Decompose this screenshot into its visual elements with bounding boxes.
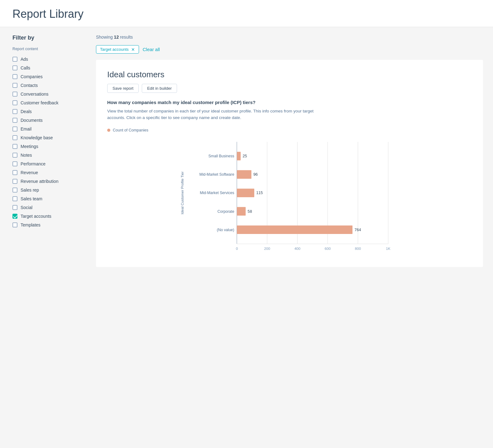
filter-checkbox-revenue-attribution[interactable] — [12, 179, 17, 184]
filter-checkbox-documents[interactable] — [12, 118, 17, 123]
svg-text:764: 764 — [354, 227, 361, 232]
svg-text:25: 25 — [243, 154, 247, 158]
svg-rect-15 — [237, 152, 241, 160]
filter-label-companies: Companies — [21, 74, 43, 79]
sidebar: Filter by Report content AdsCallsCompani… — [0, 35, 93, 447]
svg-rect-27 — [237, 226, 352, 234]
save-report-button[interactable]: Save report — [107, 84, 139, 93]
svg-text:115: 115 — [256, 191, 263, 195]
report-card-actions: Save report Edit in builder — [107, 84, 472, 93]
svg-text:1K: 1K — [386, 246, 390, 250]
legend-dot-icon — [107, 129, 110, 132]
svg-text:96: 96 — [253, 172, 258, 177]
filter-label-sales-rep: Sales rep — [21, 188, 39, 193]
report-card-title: Ideal customers — [107, 70, 472, 79]
filter-item-knowledge-base[interactable]: Knowledge base — [12, 133, 86, 142]
filter-label-deals: Deals — [21, 109, 32, 114]
svg-text:Small Business: Small Business — [208, 154, 234, 158]
filter-item-performance[interactable]: Performance — [12, 160, 86, 168]
filter-item-companies[interactable]: Companies — [12, 72, 86, 81]
filter-tag-close-icon[interactable]: ✕ — [131, 47, 135, 52]
filter-label-ads: Ads — [21, 57, 28, 62]
filter-item-notes[interactable]: Notes — [12, 151, 86, 160]
filter-checkbox-sales-rep[interactable] — [12, 188, 17, 193]
filter-label-notes: Notes — [21, 153, 32, 158]
svg-text:800: 800 — [355, 246, 361, 250]
filter-item-social[interactable]: Social — [12, 203, 86, 212]
svg-text:600: 600 — [325, 246, 331, 250]
svg-text:200: 200 — [264, 246, 270, 250]
filter-item-email[interactable]: Email — [12, 125, 86, 133]
filter-tags: Target accounts ✕ Clear all — [93, 45, 483, 54]
filter-item-contacts[interactable]: Contacts — [12, 81, 86, 90]
filter-item-conversations[interactable]: Conversations — [12, 90, 86, 98]
page-title: Report Library — [12, 7, 481, 21]
filter-label-target-accounts: Target accounts — [21, 214, 51, 219]
svg-rect-24 — [237, 207, 246, 215]
svg-rect-21 — [237, 188, 254, 197]
svg-text:(No value): (No value) — [217, 227, 234, 232]
svg-text:Ideal Customer Profile Tier: Ideal Customer Profile Tier — [180, 171, 184, 214]
filter-checkbox-ads[interactable] — [12, 57, 17, 62]
filter-label-templates: Templates — [21, 222, 41, 227]
content-area: Showing 12 results Target accounts ✕ Cle… — [93, 35, 493, 447]
filter-label-sales-team: Sales team — [21, 196, 42, 201]
report-content-label: Report content — [12, 47, 86, 51]
filter-checkbox-performance[interactable] — [12, 161, 17, 166]
filter-checkbox-deals[interactable] — [12, 109, 17, 114]
filter-item-sales-rep[interactable]: Sales rep — [12, 186, 86, 194]
filter-checkbox-social[interactable] — [12, 205, 17, 210]
filter-item-deals[interactable]: Deals — [12, 107, 86, 116]
filter-label-calls: Calls — [21, 65, 30, 70]
filter-item-documents[interactable]: Documents — [12, 116, 86, 125]
filter-item-target-accounts[interactable]: Target accounts — [12, 212, 86, 221]
filter-checkbox-revenue[interactable] — [12, 170, 17, 175]
filter-label-conversations: Conversations — [21, 92, 49, 97]
filter-item-revenue[interactable]: Revenue — [12, 168, 86, 177]
filter-checkbox-email[interactable] — [12, 126, 17, 131]
filter-item-customer-feedback[interactable]: Customer feedback — [12, 98, 86, 107]
target-accounts-tag[interactable]: Target accounts ✕ — [96, 45, 139, 54]
filter-by-label: Filter by — [12, 35, 86, 41]
main-layout: Filter by Report content AdsCallsCompani… — [0, 27, 493, 447]
filter-checkbox-templates[interactable] — [12, 222, 17, 227]
filter-checkbox-meetings[interactable] — [12, 144, 17, 149]
filter-list: AdsCallsCompaniesContactsConversationsCu… — [12, 55, 86, 229]
legend-label: Count of Companies — [113, 128, 148, 132]
filter-label-email: Email — [21, 126, 31, 131]
filter-item-ads[interactable]: Ads — [12, 55, 86, 64]
filter-checkbox-conversations[interactable] — [12, 92, 17, 97]
svg-text:58: 58 — [248, 209, 252, 213]
filter-item-calls[interactable]: Calls — [12, 64, 86, 72]
edit-in-builder-button[interactable]: Edit in builder — [142, 84, 177, 93]
filter-item-templates[interactable]: Templates — [12, 221, 86, 229]
chart-description: View the total number of companies in ea… — [107, 108, 319, 121]
filter-checkbox-calls[interactable] — [12, 65, 17, 70]
svg-rect-18 — [237, 170, 251, 179]
clear-all-button[interactable]: Clear all — [143, 47, 160, 52]
svg-text:Mid-Market Services: Mid-Market Services — [200, 191, 234, 195]
filter-checkbox-sales-team[interactable] — [12, 196, 17, 201]
filter-checkbox-notes[interactable] — [12, 153, 17, 158]
filter-label-meetings: Meetings — [21, 144, 38, 149]
filter-checkbox-companies[interactable] — [12, 74, 17, 79]
svg-text:Corporate: Corporate — [218, 209, 234, 213]
filter-item-sales-team[interactable]: Sales team — [12, 194, 86, 203]
chart-container: 02004006008001KSmall Business25Mid-Marke… — [107, 139, 472, 257]
filter-item-revenue-attribution[interactable]: Revenue attribution — [12, 177, 86, 186]
filter-checkbox-contacts[interactable] — [12, 83, 17, 88]
filter-label-performance: Performance — [21, 161, 45, 166]
filter-item-meetings[interactable]: Meetings — [12, 142, 86, 151]
filter-checkbox-knowledge-base[interactable] — [12, 135, 17, 140]
svg-text:400: 400 — [294, 246, 300, 250]
report-card: Ideal customers Save report Edit in buil… — [96, 60, 483, 267]
filter-checkbox-customer-feedback[interactable] — [12, 100, 17, 105]
filter-label-revenue-attribution: Revenue attribution — [21, 179, 58, 184]
chart-question: How many companies match my ideal custom… — [107, 100, 472, 105]
bar-chart: 02004006008001KSmall Business25Mid-Marke… — [107, 139, 472, 257]
filter-checkbox-target-accounts[interactable] — [12, 214, 17, 219]
filter-label-contacts: Contacts — [21, 83, 38, 88]
filter-label-social: Social — [21, 205, 32, 210]
filter-label-documents: Documents — [21, 118, 43, 123]
page-header: Report Library — [0, 0, 493, 27]
